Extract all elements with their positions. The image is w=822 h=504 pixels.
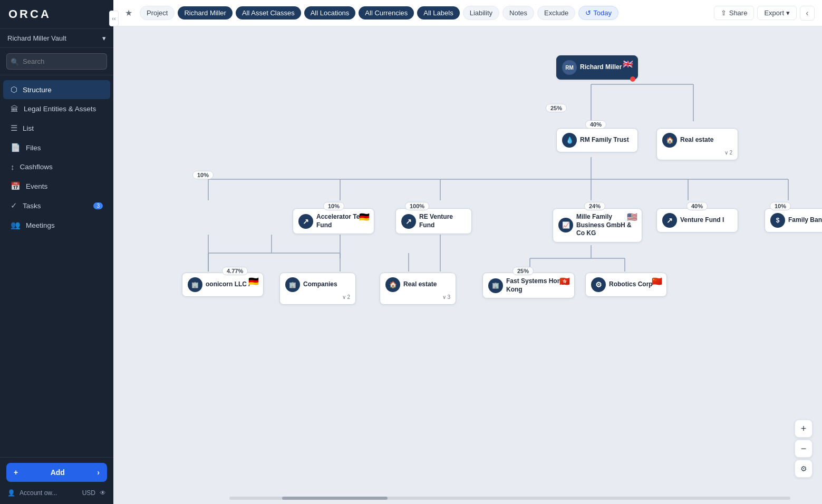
sidebar-item-label: Legal Entities & Assets xyxy=(24,105,96,113)
logo-text: ORCA xyxy=(8,7,51,21)
trust-icon: 💧 xyxy=(562,133,577,148)
toolbar: ★ Project Richard Miller All Asset Class… xyxy=(113,0,822,26)
expand-indicator: ∨3 xyxy=(385,294,450,300)
star-button[interactable]: ★ xyxy=(121,5,137,21)
search-input[interactable] xyxy=(6,53,107,70)
tasks-icon: ✓ xyxy=(11,201,17,210)
sidebar-item-label: Structure xyxy=(23,86,52,94)
flag-icon: 🇩🇪 xyxy=(248,276,259,286)
rm-avatar: RM xyxy=(562,60,577,75)
nav-arrow-button[interactable]: ‹ xyxy=(800,6,815,21)
node-title: Family Bank xyxy=(788,216,822,225)
refresh-icon: ↺ xyxy=(585,9,591,17)
sidebar-item-label: Cashflows xyxy=(20,163,53,171)
export-button[interactable]: Export ▾ xyxy=(757,6,797,20)
currency-label: USD xyxy=(82,489,95,497)
exclude-button[interactable]: Exclude xyxy=(537,6,575,20)
account-name: Account ow... xyxy=(20,489,57,497)
add-button[interactable]: + Add › xyxy=(6,463,107,482)
list-icon: ☰ xyxy=(11,123,17,133)
node-real-estate-mid[interactable]: 🏠 Real estate ∨3 xyxy=(380,273,456,305)
project-button[interactable]: Project xyxy=(140,6,175,20)
sidebar-item-label: List xyxy=(23,124,34,132)
expand-indicator: ∨2 xyxy=(662,150,732,156)
chevron-down-icon: ▾ xyxy=(102,34,106,42)
account-row: 👤 Account ow... USD 👁 xyxy=(6,487,107,499)
flag-icon: 🇩🇪 xyxy=(359,212,370,222)
node-real-estate-top[interactable]: 🏠 Real estate ∨2 xyxy=(656,128,738,160)
sidebar-nav: ⬡ Structure 🏛 Legal Entities & Assets ☰ … xyxy=(0,75,113,457)
hoonicorn-icon: 🏢 xyxy=(188,277,202,292)
chevron-down-icon: ▾ xyxy=(786,9,790,17)
events-icon: 📅 xyxy=(11,181,21,191)
today-button[interactable]: ↺Today xyxy=(578,6,618,20)
vault-selector[interactable]: Richard Miller Vault ▾ xyxy=(0,29,113,48)
companies-icon: 🏢 xyxy=(285,277,300,292)
sidebar-item-legal[interactable]: 🏛 Legal Entities & Assets xyxy=(3,100,110,118)
person-filter-button[interactable]: Richard Miller xyxy=(178,6,232,20)
main-content: ★ Project Richard Miller All Asset Class… xyxy=(113,0,822,504)
node-accelerator-tech[interactable]: ↗ Accelerator Tech Fund 🇩🇪 xyxy=(293,208,374,234)
node-rm-family-trust[interactable]: 💧 RM Family Trust xyxy=(556,128,638,152)
node-family-bank[interactable]: $ Family Bank xyxy=(765,208,822,232)
app-logo: ORCA xyxy=(0,0,113,29)
node-title: oonicorn LLC / xyxy=(206,280,250,289)
flag-icon: 🇨🇳 xyxy=(652,276,662,286)
sidebar-item-events[interactable]: 📅 Events xyxy=(3,177,110,196)
zoom-controls: + − ⚙ xyxy=(795,420,813,478)
zoom-out-button[interactable]: − xyxy=(795,440,813,458)
node-title: Venture Fund I xyxy=(680,216,724,225)
node-fast-systems[interactable]: 🏢 Fast Systems Hong Kong 🇭🇰 xyxy=(482,273,575,298)
sidebar-item-label: Events xyxy=(26,182,47,190)
sidebar-item-meetings[interactable]: 👥 Meetings xyxy=(3,216,110,235)
node-robotics-corp[interactable]: ⚙ Robotics Corp 🇨🇳 xyxy=(585,273,667,297)
sidebar-item-label: Files xyxy=(26,144,41,152)
sidebar-item-cashflows[interactable]: ↕ Cashflows xyxy=(3,158,110,176)
liability-button[interactable]: Liability xyxy=(463,6,499,20)
scrollbar-thumb[interactable] xyxy=(282,497,388,500)
percent-badge-24: 24% xyxy=(584,202,605,210)
add-icon: + xyxy=(14,468,18,477)
sidebar-item-files[interactable]: 📄 Files xyxy=(3,138,110,157)
search-container: 🔍 xyxy=(0,48,113,75)
sidebar-item-tasks[interactable]: ✓ Tasks 3 xyxy=(3,196,110,215)
flag-icon: 🇬🇧 xyxy=(623,59,633,69)
sidebar-collapse-button[interactable]: ‹‹ xyxy=(109,11,119,26)
bank-icon: $ xyxy=(770,213,785,228)
canvas-scrollbar[interactable] xyxy=(229,497,790,500)
visibility-icon[interactable]: 👁 xyxy=(100,489,106,497)
currencies-button[interactable]: All Currencies xyxy=(359,6,414,20)
add-label: Add xyxy=(51,468,65,477)
zoom-settings-button[interactable]: ⚙ xyxy=(795,460,813,478)
node-richard-miller[interactable]: RM Richard Miller 🇬🇧 xyxy=(556,55,638,80)
asset-classes-button[interactable]: All Asset Classes xyxy=(236,6,301,20)
locations-button[interactable]: All Locations xyxy=(304,6,356,20)
labels-button[interactable]: All Labels xyxy=(417,6,459,20)
node-title: RE Venture Fund xyxy=(419,213,466,229)
node-hoonicorn[interactable]: 🏢 oonicorn LLC / 🇩🇪 xyxy=(182,273,264,297)
share-button[interactable]: ⇧ Share xyxy=(714,6,755,20)
meetings-icon: 👥 xyxy=(11,220,21,230)
sidebar-bottom: + Add › 👤 Account ow... USD 👁 xyxy=(0,457,113,504)
node-title: Real estate xyxy=(403,280,437,289)
sidebar-item-structure[interactable]: ⬡ Structure xyxy=(3,80,110,99)
share-icon: ⇧ xyxy=(721,9,727,17)
notes-button[interactable]: Notes xyxy=(502,6,534,20)
node-re-venture[interactable]: ↗ RE Venture Fund xyxy=(395,208,472,234)
percent-badge-25-top: 25% xyxy=(546,104,567,112)
home-mid-icon: 🏠 xyxy=(385,277,400,292)
sidebar-item-list[interactable]: ☰ List xyxy=(3,119,110,138)
percent-badge-10-right: 10% xyxy=(770,202,791,210)
node-companies[interactable]: 🏢 Companies ∨2 xyxy=(279,273,356,305)
legal-icon: 🏛 xyxy=(11,104,18,113)
flag-icon: 🇭🇰 xyxy=(559,276,570,286)
node-mille-family[interactable]: 📈 Mille Family Business GmbH & Co KG 🇺🇸 xyxy=(553,208,642,243)
tasks-badge: 3 xyxy=(93,202,103,209)
expand-indicator: ∨2 xyxy=(285,294,350,300)
business-icon: 📈 xyxy=(558,218,573,232)
zoom-in-button[interactable]: + xyxy=(795,420,813,438)
venture-icon: ↗ xyxy=(401,214,416,229)
node-venture-fund[interactable]: ↗ Venture Fund I xyxy=(656,208,738,232)
venture-fund-icon: ↗ xyxy=(662,213,677,228)
home-icon: 🏠 xyxy=(662,133,677,148)
